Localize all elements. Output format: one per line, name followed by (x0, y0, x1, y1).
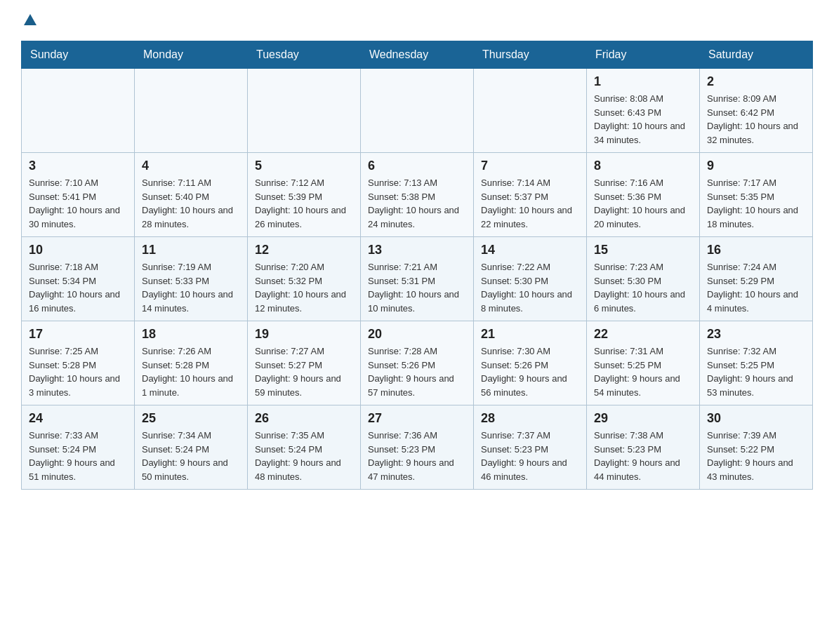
calendar-cell: 26Sunrise: 7:35 AMSunset: 5:24 PMDayligh… (248, 405, 361, 490)
day-number: 3 (29, 159, 127, 173)
logo-triangle-icon (24, 14, 37, 25)
day-info: Sunrise: 7:37 AMSunset: 5:23 PMDaylight:… (481, 429, 579, 483)
day-info: Sunrise: 8:08 AMSunset: 6:43 PMDaylight:… (594, 92, 692, 147)
day-number: 26 (255, 411, 353, 426)
calendar-cell (361, 69, 474, 153)
logo (21, 14, 37, 27)
calendar-week-row: 1Sunrise: 8:08 AMSunset: 6:43 PMDaylight… (22, 69, 813, 153)
calendar-header-row: SundayMondayTuesdayWednesdayThursdayFrid… (22, 41, 813, 69)
day-info: Sunrise: 7:32 AMSunset: 5:25 PMDaylight:… (707, 344, 805, 399)
calendar-cell (474, 69, 587, 153)
column-header-saturday: Saturday (700, 41, 813, 69)
calendar-cell: 21Sunrise: 7:30 AMSunset: 5:26 PMDayligh… (474, 321, 587, 405)
day-number: 16 (707, 243, 805, 257)
day-info: Sunrise: 7:17 AMSunset: 5:35 PMDaylight:… (707, 176, 805, 231)
day-info: Sunrise: 7:16 AMSunset: 5:36 PMDaylight:… (594, 176, 692, 231)
day-info: Sunrise: 7:11 AMSunset: 5:40 PMDaylight:… (142, 176, 240, 231)
day-number: 10 (29, 243, 127, 257)
day-info: Sunrise: 8:09 AMSunset: 6:42 PMDaylight:… (707, 92, 805, 147)
calendar-cell (248, 69, 361, 153)
calendar-cell: 8Sunrise: 7:16 AMSunset: 5:36 PMDaylight… (587, 153, 700, 237)
day-info: Sunrise: 7:39 AMSunset: 5:22 PMDaylight:… (707, 429, 805, 483)
calendar-week-row: 10Sunrise: 7:18 AMSunset: 5:34 PMDayligh… (22, 237, 813, 321)
calendar-cell: 13Sunrise: 7:21 AMSunset: 5:31 PMDayligh… (361, 237, 474, 321)
calendar-cell: 2Sunrise: 8:09 AMSunset: 6:42 PMDaylight… (700, 69, 813, 153)
calendar-cell: 22Sunrise: 7:31 AMSunset: 5:25 PMDayligh… (587, 321, 700, 405)
calendar-cell: 12Sunrise: 7:20 AMSunset: 5:32 PMDayligh… (248, 237, 361, 321)
day-number: 25 (142, 411, 240, 426)
day-number: 28 (481, 411, 579, 426)
day-number: 8 (594, 159, 692, 173)
day-info: Sunrise: 7:38 AMSunset: 5:23 PMDaylight:… (594, 429, 692, 483)
day-number: 12 (255, 243, 353, 257)
calendar-cell: 3Sunrise: 7:10 AMSunset: 5:41 PMDaylight… (22, 153, 135, 237)
day-info: Sunrise: 7:26 AMSunset: 5:28 PMDaylight:… (142, 344, 240, 399)
calendar-cell: 19Sunrise: 7:27 AMSunset: 5:27 PMDayligh… (248, 321, 361, 405)
day-info: Sunrise: 7:36 AMSunset: 5:23 PMDaylight:… (368, 429, 466, 483)
day-info: Sunrise: 7:14 AMSunset: 5:37 PMDaylight:… (481, 176, 579, 231)
column-header-tuesday: Tuesday (248, 41, 361, 69)
calendar-cell: 9Sunrise: 7:17 AMSunset: 5:35 PMDaylight… (700, 153, 813, 237)
day-info: Sunrise: 7:10 AMSunset: 5:41 PMDaylight:… (29, 176, 127, 231)
day-info: Sunrise: 7:30 AMSunset: 5:26 PMDaylight:… (481, 344, 579, 399)
calendar-week-row: 17Sunrise: 7:25 AMSunset: 5:28 PMDayligh… (22, 321, 813, 405)
day-info: Sunrise: 7:21 AMSunset: 5:31 PMDaylight:… (368, 260, 466, 315)
day-number: 11 (142, 243, 240, 257)
day-number: 6 (368, 159, 466, 173)
calendar-cell: 14Sunrise: 7:22 AMSunset: 5:30 PMDayligh… (474, 237, 587, 321)
day-number: 17 (29, 327, 127, 342)
day-number: 14 (481, 243, 579, 257)
calendar-cell: 18Sunrise: 7:26 AMSunset: 5:28 PMDayligh… (135, 321, 248, 405)
calendar-table: SundayMondayTuesdayWednesdayThursdayFrid… (21, 41, 813, 490)
day-info: Sunrise: 7:20 AMSunset: 5:32 PMDaylight:… (255, 260, 353, 315)
day-info: Sunrise: 7:19 AMSunset: 5:33 PMDaylight:… (142, 260, 240, 315)
calendar-cell: 25Sunrise: 7:34 AMSunset: 5:24 PMDayligh… (135, 405, 248, 490)
day-number: 20 (368, 327, 466, 342)
day-number: 18 (142, 327, 240, 342)
day-info: Sunrise: 7:34 AMSunset: 5:24 PMDaylight:… (142, 429, 240, 483)
calendar-cell: 5Sunrise: 7:12 AMSunset: 5:39 PMDaylight… (248, 153, 361, 237)
day-info: Sunrise: 7:12 AMSunset: 5:39 PMDaylight:… (255, 176, 353, 231)
calendar-cell: 30Sunrise: 7:39 AMSunset: 5:22 PMDayligh… (700, 405, 813, 490)
day-info: Sunrise: 7:13 AMSunset: 5:38 PMDaylight:… (368, 176, 466, 231)
day-info: Sunrise: 7:18 AMSunset: 5:34 PMDaylight:… (29, 260, 127, 315)
calendar-cell: 7Sunrise: 7:14 AMSunset: 5:37 PMDaylight… (474, 153, 587, 237)
calendar-cell: 28Sunrise: 7:37 AMSunset: 5:23 PMDayligh… (474, 405, 587, 490)
day-number: 9 (707, 159, 805, 173)
day-number: 22 (594, 327, 692, 342)
calendar-cell: 1Sunrise: 8:08 AMSunset: 6:43 PMDaylight… (587, 69, 700, 153)
day-info: Sunrise: 7:35 AMSunset: 5:24 PMDaylight:… (255, 429, 353, 483)
page-header (21, 14, 813, 27)
day-number: 24 (29, 411, 127, 426)
day-number: 1 (594, 74, 692, 89)
day-number: 15 (594, 243, 692, 257)
column-header-wednesday: Wednesday (361, 41, 474, 69)
calendar-cell: 29Sunrise: 7:38 AMSunset: 5:23 PMDayligh… (587, 405, 700, 490)
calendar-cell: 15Sunrise: 7:23 AMSunset: 5:30 PMDayligh… (587, 237, 700, 321)
day-number: 23 (707, 327, 805, 342)
calendar-cell: 16Sunrise: 7:24 AMSunset: 5:29 PMDayligh… (700, 237, 813, 321)
column-header-monday: Monday (135, 41, 248, 69)
calendar-cell (22, 69, 135, 153)
calendar-cell: 27Sunrise: 7:36 AMSunset: 5:23 PMDayligh… (361, 405, 474, 490)
day-number: 19 (255, 327, 353, 342)
calendar-cell: 17Sunrise: 7:25 AMSunset: 5:28 PMDayligh… (22, 321, 135, 405)
day-number: 7 (481, 159, 579, 173)
day-info: Sunrise: 7:33 AMSunset: 5:24 PMDaylight:… (29, 429, 127, 483)
column-header-sunday: Sunday (22, 41, 135, 69)
day-number: 21 (481, 327, 579, 342)
calendar-cell: 24Sunrise: 7:33 AMSunset: 5:24 PMDayligh… (22, 405, 135, 490)
logo-general-text (21, 14, 37, 28)
day-number: 29 (594, 411, 692, 426)
calendar-cell: 10Sunrise: 7:18 AMSunset: 5:34 PMDayligh… (22, 237, 135, 321)
day-info: Sunrise: 7:24 AMSunset: 5:29 PMDaylight:… (707, 260, 805, 315)
day-number: 27 (368, 411, 466, 426)
calendar-week-row: 3Sunrise: 7:10 AMSunset: 5:41 PMDaylight… (22, 153, 813, 237)
calendar-week-row: 24Sunrise: 7:33 AMSunset: 5:24 PMDayligh… (22, 405, 813, 490)
day-number: 4 (142, 159, 240, 173)
day-info: Sunrise: 7:27 AMSunset: 5:27 PMDaylight:… (255, 344, 353, 399)
column-header-thursday: Thursday (474, 41, 587, 69)
day-number: 5 (255, 159, 353, 173)
column-header-friday: Friday (587, 41, 700, 69)
day-number: 13 (368, 243, 466, 257)
